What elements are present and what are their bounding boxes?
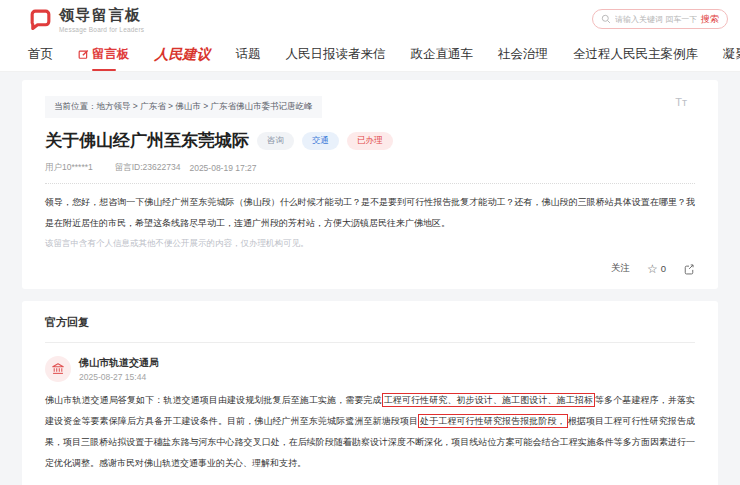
site-logo[interactable]: 领导留言板 Message Board for Leaders [28,6,144,33]
message-tag-1: 交通 [302,132,339,150]
dotted-divider [45,183,695,184]
search-button[interactable]: 搜索 [701,13,719,26]
nav-item-peoples-daily-readers-letters[interactable]: 人民日报读者来信 [286,46,386,63]
reply-body: 佛山市轨道交通局答复如下：轨道交通项目由建设规划批复后至施工实施，需要完成工程可… [45,390,695,474]
logo-speech-bubble-icon [28,7,53,32]
nav-item-people-suggestion[interactable]: 人民建议 [155,46,211,64]
message-tags: 咨询交通已办理 [257,132,393,150]
edit-icon [78,49,89,60]
reply-text-segment: 佛山市轨道交通局答复如下：轨道交通项目由建设规划批复后至施工实施，需要完成 [45,395,382,405]
search-icon [601,14,611,24]
privacy-disclaimer: 该留言中含有个人信息或其他不便公开展示的内容，仅办理机构可见。 [45,238,695,250]
message-meta: 用户10*****1 留言ID:23622734 2025-08-19 17:2… [45,162,695,174]
nav-item-whole-process-democracy-cases[interactable]: 全过程人民民主案例库 [573,46,698,63]
nav-item-topics[interactable]: 话题 [236,46,261,63]
official-reply-heading: 官方回复 [45,315,695,330]
message-tag-2: 已办理 [347,132,393,150]
nav-item-label: 人民日报读者来信 [286,46,386,63]
nav-item-label: 政企直通车 [411,46,474,63]
agency-name: 佛山市轨道交通局 [79,356,159,370]
nav-item-message-board[interactable]: 留言板 [78,46,130,63]
nav-item-label: 全过程人民民主案例库 [573,46,698,63]
message-tag-0: 咨询 [257,132,294,150]
red-highlight-box: 工程可行性研究、初步设计、施工图设计、施工招标 [382,393,595,407]
message-body: 领导，您好，想咨询一下佛山经广州至东莞城际（佛山段）什么时候才能动工？是不是要到… [45,192,695,234]
nav-item-unite-serve-masses[interactable]: 凝聚服务群众 [723,46,740,63]
font-size-toggle-icon[interactable]: Tт [675,96,687,108]
star-button[interactable]: ☆ 0 [647,263,666,275]
message-card: 当前位置：地方领导 > 广东省 > 佛山市 > 广东省佛山市委书记唐屹峰 Tт … [22,80,718,289]
breadcrumb[interactable]: 当前位置：地方领导 > 广东省 > 佛山市 > 广东省佛山市委书记唐屹峰 [45,96,322,118]
site-subtitle: Message Board for Leaders [59,26,144,33]
nav-item-label: 凝聚服务群众 [723,46,740,63]
message-timestamp: 2025-08-19 17:27 [189,163,256,173]
reply-divider [45,342,695,343]
message-user: 用户10*****1 [45,162,93,174]
reply-timestamp: 2025-08-27 15:44 [79,372,159,382]
top-header: 领导留言板 Message Board for Leaders 搜索 [0,0,740,38]
site-title: 领导留言板 [59,6,144,25]
star-icon: ☆ [647,263,658,275]
share-icon [683,263,695,275]
government-building-icon [51,362,65,376]
red-highlight-box: 处于工程可行性研究报告报批阶段， [418,414,568,428]
page-content: 当前位置：地方领导 > 广东省 > 佛山市 > 广东省佛山市委书记唐屹峰 Tт … [0,72,740,485]
star-count: 0 [661,263,666,274]
nav-item-label: 首页 [28,46,53,63]
main-navigation: 首页留言板人民建议话题人民日报读者来信政企直通车社会治理全过程人民民主案例库凝聚… [0,38,740,72]
agency-avatar [45,356,71,382]
message-title: 关于佛山经广州至东莞城际 [45,129,249,152]
nav-item-social-governance[interactable]: 社会治理 [498,46,548,63]
reply-header: 佛山市轨道交通局 2025-08-27 15:44 [45,356,695,382]
nav-item-gov-enterprise-express[interactable]: 政企直通车 [411,46,474,63]
share-button[interactable] [683,263,695,275]
message-id: 留言ID:23622734 [115,162,181,174]
search-box[interactable]: 搜索 [592,9,728,29]
nav-item-label: 话题 [236,46,261,63]
nav-item-label: 人民建议 [155,46,211,64]
follow-button[interactable]: 关注 [611,262,630,275]
nav-item-label: 社会治理 [498,46,548,63]
nav-item-home[interactable]: 首页 [28,46,53,63]
message-actions: 关注 ☆ 0 [45,262,695,275]
nav-item-label: 留言板 [92,46,130,63]
search-input[interactable] [615,15,697,24]
official-reply-card: 官方回复 佛山市轨道交通局 2025-08-27 15:44 佛山市轨道交通局答… [22,301,718,485]
